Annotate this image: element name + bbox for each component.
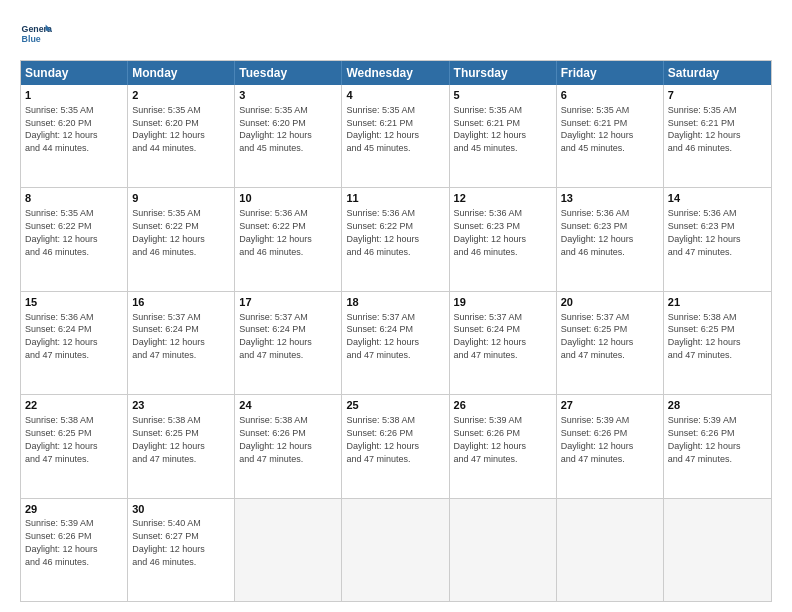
- day-number: 11: [346, 191, 444, 206]
- calendar-cell: 6Sunrise: 5:35 AMSunset: 6:21 PMDaylight…: [557, 85, 664, 187]
- day-number: 16: [132, 295, 230, 310]
- calendar-week-row: 1Sunrise: 5:35 AMSunset: 6:20 PMDaylight…: [21, 85, 771, 187]
- calendar-cell: 2Sunrise: 5:35 AMSunset: 6:20 PMDaylight…: [128, 85, 235, 187]
- calendar-cell: 18Sunrise: 5:37 AMSunset: 6:24 PMDayligh…: [342, 292, 449, 394]
- day-number: 19: [454, 295, 552, 310]
- calendar-cell: 14Sunrise: 5:36 AMSunset: 6:23 PMDayligh…: [664, 188, 771, 290]
- calendar-cell: 4Sunrise: 5:35 AMSunset: 6:21 PMDaylight…: [342, 85, 449, 187]
- cell-info: Sunrise: 5:36 AMSunset: 6:22 PMDaylight:…: [346, 208, 419, 256]
- day-number: 3: [239, 88, 337, 103]
- svg-text:Blue: Blue: [22, 34, 41, 44]
- day-number: 2: [132, 88, 230, 103]
- calendar-cell: 11Sunrise: 5:36 AMSunset: 6:22 PMDayligh…: [342, 188, 449, 290]
- calendar-header: SundayMondayTuesdayWednesdayThursdayFrid…: [21, 61, 771, 85]
- day-number: 9: [132, 191, 230, 206]
- calendar-cell: 16Sunrise: 5:37 AMSunset: 6:24 PMDayligh…: [128, 292, 235, 394]
- calendar-cell-empty: [664, 499, 771, 601]
- calendar-cell: 7Sunrise: 5:35 AMSunset: 6:21 PMDaylight…: [664, 85, 771, 187]
- calendar-cell: 21Sunrise: 5:38 AMSunset: 6:25 PMDayligh…: [664, 292, 771, 394]
- day-number: 22: [25, 398, 123, 413]
- day-number: 6: [561, 88, 659, 103]
- weekday-header: Saturday: [664, 61, 771, 85]
- calendar: SundayMondayTuesdayWednesdayThursdayFrid…: [20, 60, 772, 602]
- day-number: 15: [25, 295, 123, 310]
- cell-info: Sunrise: 5:37 AMSunset: 6:24 PMDaylight:…: [346, 312, 419, 360]
- logo-icon: General Blue: [20, 18, 52, 50]
- day-number: 8: [25, 191, 123, 206]
- logo: General Blue: [20, 18, 52, 50]
- day-number: 13: [561, 191, 659, 206]
- calendar-cell: 12Sunrise: 5:36 AMSunset: 6:23 PMDayligh…: [450, 188, 557, 290]
- weekday-header: Thursday: [450, 61, 557, 85]
- cell-info: Sunrise: 5:36 AMSunset: 6:23 PMDaylight:…: [668, 208, 741, 256]
- cell-info: Sunrise: 5:38 AMSunset: 6:25 PMDaylight:…: [25, 415, 98, 463]
- day-number: 21: [668, 295, 767, 310]
- cell-info: Sunrise: 5:37 AMSunset: 6:24 PMDaylight:…: [454, 312, 527, 360]
- day-number: 26: [454, 398, 552, 413]
- calendar-cell-empty: [450, 499, 557, 601]
- cell-info: Sunrise: 5:35 AMSunset: 6:20 PMDaylight:…: [239, 105, 312, 153]
- cell-info: Sunrise: 5:36 AMSunset: 6:23 PMDaylight:…: [561, 208, 634, 256]
- calendar-week-row: 29Sunrise: 5:39 AMSunset: 6:26 PMDayligh…: [21, 498, 771, 601]
- day-number: 29: [25, 502, 123, 517]
- day-number: 24: [239, 398, 337, 413]
- calendar-cell: 3Sunrise: 5:35 AMSunset: 6:20 PMDaylight…: [235, 85, 342, 187]
- weekday-header: Monday: [128, 61, 235, 85]
- cell-info: Sunrise: 5:36 AMSunset: 6:23 PMDaylight:…: [454, 208, 527, 256]
- day-number: 17: [239, 295, 337, 310]
- calendar-cell-empty: [235, 499, 342, 601]
- calendar-cell: 27Sunrise: 5:39 AMSunset: 6:26 PMDayligh…: [557, 395, 664, 497]
- calendar-body: 1Sunrise: 5:35 AMSunset: 6:20 PMDaylight…: [21, 85, 771, 601]
- day-number: 5: [454, 88, 552, 103]
- calendar-cell: 13Sunrise: 5:36 AMSunset: 6:23 PMDayligh…: [557, 188, 664, 290]
- cell-info: Sunrise: 5:39 AMSunset: 6:26 PMDaylight:…: [25, 518, 98, 566]
- cell-info: Sunrise: 5:35 AMSunset: 6:21 PMDaylight:…: [668, 105, 741, 153]
- calendar-cell: 25Sunrise: 5:38 AMSunset: 6:26 PMDayligh…: [342, 395, 449, 497]
- calendar-week-row: 8Sunrise: 5:35 AMSunset: 6:22 PMDaylight…: [21, 187, 771, 290]
- day-number: 30: [132, 502, 230, 517]
- cell-info: Sunrise: 5:37 AMSunset: 6:24 PMDaylight:…: [132, 312, 205, 360]
- calendar-cell: 15Sunrise: 5:36 AMSunset: 6:24 PMDayligh…: [21, 292, 128, 394]
- weekday-header: Friday: [557, 61, 664, 85]
- cell-info: Sunrise: 5:40 AMSunset: 6:27 PMDaylight:…: [132, 518, 205, 566]
- day-number: 7: [668, 88, 767, 103]
- weekday-header: Sunday: [21, 61, 128, 85]
- day-number: 12: [454, 191, 552, 206]
- day-number: 27: [561, 398, 659, 413]
- day-number: 4: [346, 88, 444, 103]
- calendar-cell: 30Sunrise: 5:40 AMSunset: 6:27 PMDayligh…: [128, 499, 235, 601]
- calendar-cell-empty: [557, 499, 664, 601]
- calendar-cell: 9Sunrise: 5:35 AMSunset: 6:22 PMDaylight…: [128, 188, 235, 290]
- day-number: 1: [25, 88, 123, 103]
- calendar-week-row: 15Sunrise: 5:36 AMSunset: 6:24 PMDayligh…: [21, 291, 771, 394]
- header: General Blue: [20, 18, 772, 50]
- cell-info: Sunrise: 5:35 AMSunset: 6:20 PMDaylight:…: [132, 105, 205, 153]
- calendar-cell: 10Sunrise: 5:36 AMSunset: 6:22 PMDayligh…: [235, 188, 342, 290]
- calendar-cell: 20Sunrise: 5:37 AMSunset: 6:25 PMDayligh…: [557, 292, 664, 394]
- cell-info: Sunrise: 5:38 AMSunset: 6:26 PMDaylight:…: [239, 415, 312, 463]
- calendar-cell: 26Sunrise: 5:39 AMSunset: 6:26 PMDayligh…: [450, 395, 557, 497]
- cell-info: Sunrise: 5:38 AMSunset: 6:25 PMDaylight:…: [132, 415, 205, 463]
- weekday-header: Wednesday: [342, 61, 449, 85]
- cell-info: Sunrise: 5:35 AMSunset: 6:21 PMDaylight:…: [561, 105, 634, 153]
- cell-info: Sunrise: 5:39 AMSunset: 6:26 PMDaylight:…: [561, 415, 634, 463]
- day-number: 20: [561, 295, 659, 310]
- calendar-cell: 19Sunrise: 5:37 AMSunset: 6:24 PMDayligh…: [450, 292, 557, 394]
- weekday-header: Tuesday: [235, 61, 342, 85]
- cell-info: Sunrise: 5:37 AMSunset: 6:25 PMDaylight:…: [561, 312, 634, 360]
- day-number: 28: [668, 398, 767, 413]
- cell-info: Sunrise: 5:39 AMSunset: 6:26 PMDaylight:…: [454, 415, 527, 463]
- calendar-cell: 24Sunrise: 5:38 AMSunset: 6:26 PMDayligh…: [235, 395, 342, 497]
- cell-info: Sunrise: 5:35 AMSunset: 6:22 PMDaylight:…: [132, 208, 205, 256]
- calendar-cell: 8Sunrise: 5:35 AMSunset: 6:22 PMDaylight…: [21, 188, 128, 290]
- cell-info: Sunrise: 5:35 AMSunset: 6:20 PMDaylight:…: [25, 105, 98, 153]
- day-number: 18: [346, 295, 444, 310]
- cell-info: Sunrise: 5:35 AMSunset: 6:21 PMDaylight:…: [454, 105, 527, 153]
- cell-info: Sunrise: 5:38 AMSunset: 6:26 PMDaylight:…: [346, 415, 419, 463]
- calendar-cell: 5Sunrise: 5:35 AMSunset: 6:21 PMDaylight…: [450, 85, 557, 187]
- cell-info: Sunrise: 5:39 AMSunset: 6:26 PMDaylight:…: [668, 415, 741, 463]
- page: General Blue SundayMondayTuesdayWednesda…: [0, 0, 792, 612]
- cell-info: Sunrise: 5:37 AMSunset: 6:24 PMDaylight:…: [239, 312, 312, 360]
- calendar-cell: 28Sunrise: 5:39 AMSunset: 6:26 PMDayligh…: [664, 395, 771, 497]
- day-number: 25: [346, 398, 444, 413]
